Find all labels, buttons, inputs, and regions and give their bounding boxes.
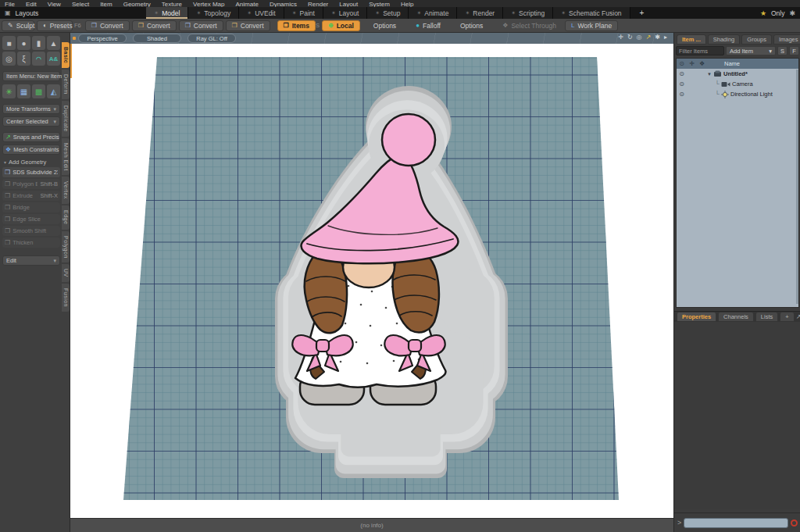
- expand-panel-icon[interactable]: ↗: [796, 313, 800, 320]
- curve-tool-button[interactable]: ◠: [32, 52, 45, 66]
- work-plane-button[interactable]: LWork Plane: [565, 20, 618, 31]
- filter-items-input[interactable]: [676, 46, 724, 55]
- add-layout-tab-button[interactable]: +: [630, 7, 654, 19]
- skeleton-item-button[interactable]: ✳: [2, 84, 16, 98]
- layouts-menu[interactable]: ▣ Layouts: [0, 9, 46, 17]
- coil-primitive-button[interactable]: ξ: [17, 52, 30, 66]
- viewport-gear-icon[interactable]: ✱: [655, 34, 660, 41]
- text-tool-button[interactable]: A&: [47, 52, 60, 66]
- sphere-primitive-button[interactable]: ●: [17, 36, 30, 50]
- viewport-tab-perspective[interactable]: Perspective: [78, 34, 127, 43]
- menu-system[interactable]: System: [369, 1, 390, 7]
- add-item-dropdown[interactable]: Add Item ▾: [726, 46, 776, 55]
- torus-primitive-button[interactable]: ◎: [2, 52, 16, 66]
- vtab-fusion[interactable]: Fusion: [62, 284, 70, 312]
- tool-extrude[interactable]: ❒ ExtrudeShift-X: [2, 191, 60, 201]
- options-button-2[interactable]: Options: [454, 20, 489, 31]
- vtab-basic[interactable]: Basic: [62, 42, 70, 68]
- cube-primitive-button[interactable]: ■: [2, 36, 16, 50]
- rotate-icon[interactable]: ↻: [627, 34, 633, 41]
- tool-edge-slice[interactable]: ❒ Edge Slice: [2, 214, 60, 224]
- mesh-cube-item-button[interactable]: ▩: [32, 84, 45, 98]
- tab-uvedit[interactable]: ✶UVEdit: [239, 7, 284, 19]
- vtab-edge[interactable]: Edge: [62, 205, 70, 229]
- tab-render[interactable]: ✶Render: [457, 7, 503, 19]
- snap-toggle-icon[interactable]: ↗: [646, 34, 652, 41]
- menu-file[interactable]: File: [5, 1, 15, 7]
- options-button-1[interactable]: Options: [367, 20, 402, 31]
- items-mode-button[interactable]: ❒Items: [277, 20, 316, 31]
- 3d-viewport[interactable]: Perspective Shaded Ray GL: Off ✛ ↻ ◎ ↗ ✱…: [70, 33, 673, 518]
- add-properties-tab-button[interactable]: +: [780, 312, 794, 322]
- tool-smooth-shift[interactable]: ❒ Smooth Shift: [2, 226, 60, 236]
- mesh-constraints-button[interactable]: ❖ Mesh Constraints: [2, 145, 60, 155]
- filter-button[interactable]: F: [789, 46, 799, 55]
- local-action-center-button[interactable]: ⊕Local: [322, 20, 360, 31]
- eye-icon[interactable]: ⊙: [677, 70, 687, 77]
- viewport-more-icon[interactable]: ▸: [664, 34, 667, 41]
- tool-polygon-bevel[interactable]: ❒ Polygon BevelShift-B: [2, 179, 60, 189]
- pyramid-item-button[interactable]: ◭: [47, 84, 60, 98]
- eye-icon[interactable]: ⊙: [677, 80, 687, 87]
- tab-item-list[interactable]: Item ...: [677, 34, 706, 45]
- zoom-icon[interactable]: ◎: [637, 34, 642, 41]
- menu-dynamics[interactable]: Dynamics: [270, 1, 297, 7]
- falloff-button[interactable]: ●Falloff: [409, 20, 447, 31]
- tab-groups[interactable]: Groups: [741, 34, 772, 45]
- vtab-vertex[interactable]: Vertex: [62, 177, 70, 204]
- tab-schematic-fusion[interactable]: ✶Schematic Fusion: [553, 7, 630, 19]
- presets-button[interactable]: ◐ Presets: [37, 20, 73, 31]
- vtab-deform[interactable]: Deform: [62, 70, 70, 99]
- item-list-scrollbar[interactable]: [796, 70, 798, 304]
- tab-channels[interactable]: Channels: [718, 312, 754, 322]
- macro-record-button[interactable]: [791, 520, 798, 527]
- tab-lists[interactable]: Lists: [755, 312, 778, 322]
- cone-primitive-button[interactable]: ▲: [47, 36, 60, 50]
- tool-thicken[interactable]: ❒ Thicken: [2, 237, 60, 248]
- menu-select[interactable]: Select: [72, 1, 89, 7]
- tab-properties[interactable]: Properties: [677, 312, 716, 322]
- menu-animate[interactable]: Animate: [236, 1, 259, 7]
- tab-model[interactable]: ✶Model: [146, 7, 188, 19]
- gear-icon[interactable]: ✱: [789, 9, 795, 17]
- tab-shading[interactable]: Shading: [708, 34, 741, 45]
- tab-topology[interactable]: ✶Topology: [188, 7, 239, 19]
- tab-layout[interactable]: ✶Layout: [323, 7, 367, 19]
- tab-animate[interactable]: ✶Animate: [409, 7, 457, 19]
- viewport-tab-shaded[interactable]: Shaded: [133, 34, 181, 43]
- item-row-camera[interactable]: ⊙ └ Camera: [677, 79, 798, 89]
- sculpt-button[interactable]: ✎ Sculpt: [2, 20, 34, 31]
- expand-arrow-icon[interactable]: ▼: [705, 72, 713, 77]
- menu-edit[interactable]: Edit: [26, 1, 37, 7]
- menu-item[interactable]: Item: [100, 1, 112, 7]
- menu-render[interactable]: Render: [308, 1, 328, 7]
- ground-plane-item-button[interactable]: ▦: [17, 84, 30, 98]
- convert-button-2[interactable]: ❒Convert: [132, 20, 177, 31]
- menu-texture[interactable]: Texture: [162, 1, 182, 7]
- cylinder-primitive-button[interactable]: ▮: [32, 36, 45, 50]
- only-toggle[interactable]: Only: [771, 9, 784, 17]
- snaps-and-precision-button[interactable]: ↗ Snaps and Precision: [2, 132, 60, 142]
- convert-button-4[interactable]: ❒Convert: [226, 20, 270, 31]
- command-input[interactable]: [684, 518, 788, 528]
- viewport-tab-raygl[interactable]: Ray GL: Off: [188, 34, 236, 43]
- eye-icon[interactable]: ⊙: [677, 91, 687, 98]
- convert-button-3[interactable]: ❒Convert: [179, 20, 223, 31]
- tab-images[interactable]: Images: [773, 34, 800, 45]
- tool-sds-subdivide[interactable]: ❒ SDS Subdivide 2X: [2, 167, 60, 177]
- center-selected-dropdown[interactable]: Center Selected▾: [2, 116, 60, 127]
- item-row-untitled[interactable]: ⊙ ▼ Untitled*: [677, 69, 798, 79]
- edit-dropdown[interactable]: Edit▾: [2, 255, 60, 266]
- pan-icon[interactable]: ✛: [618, 34, 623, 41]
- add-geometry-section[interactable]: ▾ Add Geometry: [4, 159, 60, 166]
- menu-layout[interactable]: Layout: [339, 1, 358, 7]
- vtab-mesh-edit[interactable]: Mesh Edit: [62, 138, 70, 176]
- menu-vertex-map[interactable]: Vertex Map: [193, 1, 224, 7]
- convert-button-1[interactable]: ❒Convert: [85, 20, 130, 31]
- vtab-polygon[interactable]: Polygon: [62, 231, 70, 263]
- menu-help[interactable]: Help: [401, 1, 413, 7]
- item-menu-dropdown[interactable]: Item Menu: New Item▾: [2, 71, 60, 81]
- solo-button[interactable]: S: [777, 46, 788, 55]
- menu-geometry[interactable]: Geometry: [123, 1, 151, 7]
- tab-scripting[interactable]: ✶Scripting: [503, 7, 553, 19]
